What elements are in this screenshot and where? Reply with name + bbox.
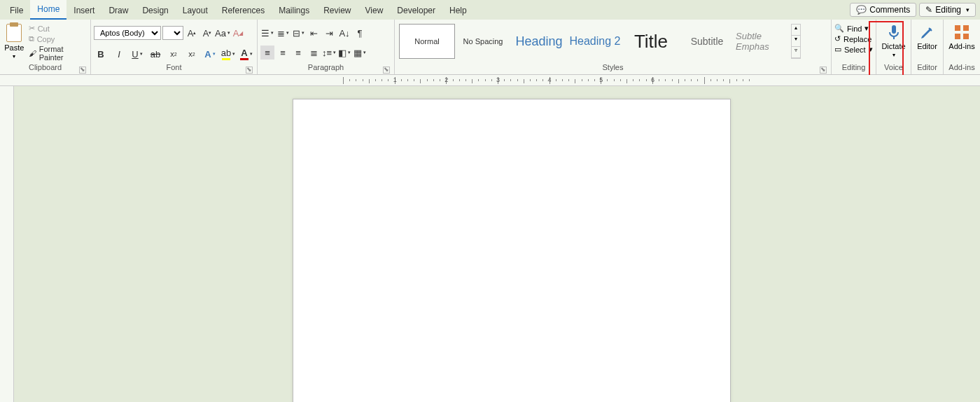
document-area	[0, 86, 980, 402]
chevron-down-icon: ▾	[864, 24, 869, 33]
tab-insert[interactable]: Insert	[66, 1, 102, 20]
tab-references[interactable]: References	[215, 1, 272, 20]
style-subtitle[interactable]: Subtitle	[679, 24, 735, 59]
cut-label: Cut	[38, 25, 50, 33]
paste-button[interactable]: Paste ▾	[3, 21, 26, 60]
align-center-button[interactable]: ≡	[276, 46, 290, 60]
bold-button[interactable]: B	[94, 47, 108, 61]
tab-home[interactable]: Home	[30, 0, 66, 20]
style-heading-2[interactable]: Heading 2	[567, 24, 623, 59]
tab-file[interactable]: File	[3, 1, 30, 20]
tab-mailings[interactable]: Mailings	[272, 1, 316, 20]
format-painter-button[interactable]: 🖌 Format Painter	[29, 45, 88, 62]
svg-rect-4	[955, 34, 960, 39]
copy-button[interactable]: ⧉ Copy	[29, 34, 88, 43]
editing-group-label: Editing	[834, 63, 873, 74]
style-normal[interactable]: Normal	[399, 24, 455, 59]
tab-developer[interactable]: Developer	[390, 1, 442, 20]
text-effects-button[interactable]: A▾	[203, 47, 217, 61]
gallery-more-icon[interactable]: ▿	[792, 47, 800, 58]
editor-button[interactable]: Editor	[914, 21, 940, 50]
grid-icon	[953, 24, 970, 41]
grow-font-button[interactable]: A▴	[185, 26, 199, 40]
justify-button[interactable]: ≣	[307, 46, 321, 60]
font-size-select[interactable]: 11	[162, 26, 183, 40]
chevron-down-icon: ▾	[892, 52, 895, 58]
group-font: Aptos (Body) 11 A▴ A▾ Aa▾ A◢ B I U▾ ab x…	[91, 20, 258, 74]
subscript-button[interactable]: x2	[167, 47, 181, 61]
style-subtle-emphasis[interactable]: Subtle Emphas	[735, 24, 791, 59]
styles-group-label: Styles ⬊	[398, 63, 828, 74]
font-color-button[interactable]: A▾	[239, 47, 253, 61]
vertical-ruler[interactable]	[0, 86, 14, 402]
change-case-button[interactable]: Aa▾	[216, 26, 230, 40]
tab-review[interactable]: Review	[316, 1, 358, 20]
document-page[interactable]	[293, 99, 731, 402]
group-editing: 🔍 Find ▾ ↺ Replace ▭ Select ▾ Editing	[832, 20, 876, 74]
cut-button[interactable]: ✂ Cut	[29, 24, 88, 33]
bullets-button[interactable]: ☰▾	[260, 26, 274, 40]
gallery-up-icon[interactable]: ▴	[792, 25, 800, 36]
styles-gallery-scroll[interactable]: ▴ ▾ ▿	[791, 24, 801, 59]
align-right-button[interactable]: ≡	[291, 46, 305, 60]
superscript-button[interactable]: x2	[185, 47, 199, 61]
tab-help[interactable]: Help	[442, 1, 474, 20]
format-painter-label: Format Painter	[39, 45, 88, 62]
editor-group-label: Editor	[914, 63, 940, 74]
comments-button[interactable]: 💬 Comments	[850, 3, 916, 17]
decrease-indent-button[interactable]: ⇤	[307, 26, 321, 40]
dictate-button[interactable]: Dictate ▾	[879, 21, 908, 58]
clear-formatting-button[interactable]: A◢	[231, 26, 245, 40]
editing-mode-label: Editing	[935, 5, 961, 15]
comments-label: Comments	[869, 5, 910, 15]
tab-design[interactable]: Design	[135, 1, 175, 20]
editor-label: Editor	[917, 42, 937, 50]
font-name-select[interactable]: Aptos (Body)	[94, 26, 161, 40]
italic-button[interactable]: I	[112, 47, 126, 61]
borders-button[interactable]: ▦▾	[353, 46, 367, 60]
cursor-icon: ▭	[834, 45, 841, 54]
tab-view[interactable]: View	[358, 1, 391, 20]
font-launcher[interactable]: ⬊	[246, 67, 253, 74]
clipboard-launcher[interactable]: ⬊	[79, 67, 86, 74]
tab-draw[interactable]: Draw	[102, 1, 135, 20]
strikethrough-button[interactable]: ab	[148, 47, 162, 61]
line-spacing-button[interactable]: ↕≡▾	[322, 46, 336, 60]
addins-button[interactable]: Add-ins	[946, 21, 977, 50]
underline-button[interactable]: U▾	[130, 47, 144, 61]
editing-mode-button[interactable]: ✎ Editing ▾	[919, 3, 976, 17]
styles-gallery[interactable]: Normal No Spacing Heading Heading 2 Titl…	[398, 21, 802, 62]
svg-rect-2	[955, 25, 960, 31]
style-heading[interactable]: Heading	[511, 24, 567, 59]
numbering-button[interactable]: ≣▾	[276, 26, 290, 40]
style-no-spacing[interactable]: No Spacing	[455, 24, 511, 59]
horizontal-ruler[interactable]	[0, 75, 980, 86]
multilevel-list-button[interactable]: ⊟▾	[291, 26, 305, 40]
editor-pen-icon	[919, 24, 936, 41]
chevron-down-icon: ▾	[13, 53, 15, 60]
highlight-color-button[interactable]: ab▾	[221, 47, 235, 61]
svg-rect-0	[892, 25, 896, 34]
paragraph-launcher[interactable]: ⬊	[383, 67, 390, 74]
sort-button[interactable]: A↓	[337, 26, 351, 40]
style-title[interactable]: Title	[623, 24, 679, 59]
clipboard-icon	[6, 24, 22, 42]
align-left-button[interactable]: ≡	[260, 46, 274, 60]
gallery-down-icon[interactable]: ▾	[792, 36, 800, 47]
find-label: Find	[847, 25, 862, 33]
select-label: Select	[844, 46, 866, 54]
svg-rect-3	[963, 25, 969, 31]
paste-label: Paste	[4, 43, 24, 52]
clipboard-group-label: Clipboard ⬊	[3, 63, 88, 74]
styles-launcher[interactable]: ⬊	[820, 67, 827, 74]
replace-button[interactable]: ↺ Replace	[834, 34, 873, 43]
show-marks-button[interactable]: ¶	[353, 26, 367, 40]
paragraph-group-label: Paragraph ⬊	[260, 63, 391, 74]
shrink-font-button[interactable]: A▾	[200, 26, 214, 40]
tab-layout[interactable]: Layout	[176, 1, 215, 20]
find-button[interactable]: 🔍 Find ▾	[834, 24, 873, 33]
select-button[interactable]: ▭ Select ▾	[834, 45, 873, 54]
increase-indent-button[interactable]: ⇥	[322, 26, 336, 40]
replace-icon: ↺	[834, 34, 841, 43]
shading-button[interactable]: ◧▾	[337, 46, 351, 60]
